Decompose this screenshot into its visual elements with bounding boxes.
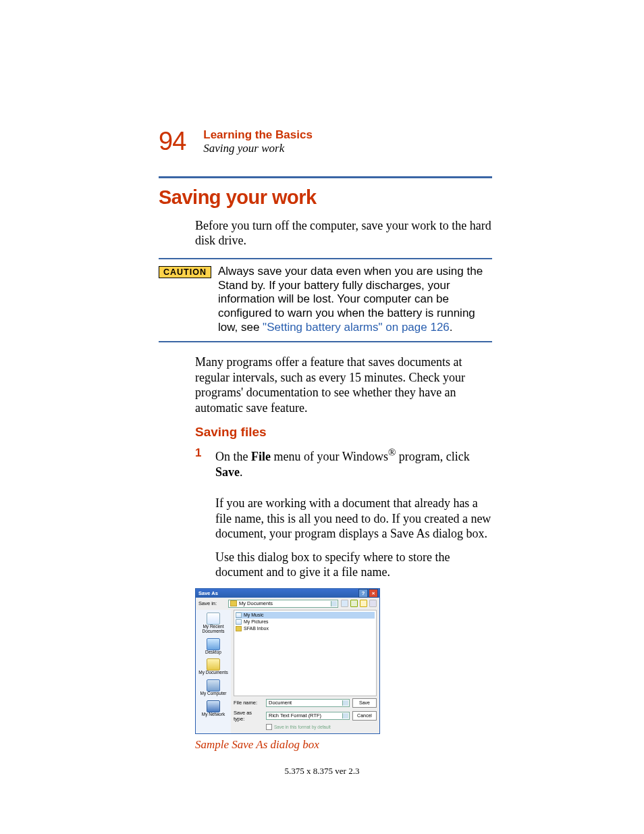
caution-text-2: . xyxy=(450,321,453,334)
list-item[interactable]: My Pictures xyxy=(236,619,375,625)
save-in-value: My Documents xyxy=(239,600,273,606)
up-one-level-icon[interactable] xyxy=(350,600,358,607)
place-label: My Recent Documents xyxy=(196,625,231,634)
place-label: My Network xyxy=(202,712,225,717)
place-recent[interactable]: My Recent Documents xyxy=(196,613,231,634)
save-in-dropdown[interactable]: My Documents xyxy=(228,600,338,608)
place-label: My Computer xyxy=(200,692,226,696)
step-number: 1 xyxy=(195,446,215,488)
heading-saving-your-work: Saving your work xyxy=(159,186,492,209)
b: Save xyxy=(215,465,240,479)
heading-saving-files: Saving files xyxy=(195,425,492,440)
file-name: My Music xyxy=(244,613,264,617)
default-format-row[interactable]: Save in this format by default xyxy=(234,724,377,730)
recent-documents-icon xyxy=(207,613,220,625)
my-computer-icon xyxy=(207,679,220,692)
save-as-dialog: Save As ? × Save in: My Documents xyxy=(195,588,380,734)
folder-icon xyxy=(230,600,237,606)
file-list[interactable]: My Music My Pictures SFAB Inbox xyxy=(234,610,377,696)
caution-text: Always save your data even when you are … xyxy=(218,265,492,335)
save-as-type-dropdown[interactable]: Rich Text Format (RTF) xyxy=(266,712,350,720)
save-as-type-label: Save as type: xyxy=(234,710,263,722)
caution-callout: CAUTION Always save your data even when … xyxy=(159,258,492,343)
file-name-input[interactable]: Document xyxy=(266,699,350,707)
section-subtitle: Saving your work xyxy=(203,142,313,155)
list-item[interactable]: My Music xyxy=(236,612,375,619)
intro-paragraph: Before you turn off the computer, save y… xyxy=(195,218,492,249)
list-item[interactable]: SFAB Inbox xyxy=(236,625,375,632)
step-1: 1 On the File menu of your Windows® prog… xyxy=(195,446,492,488)
t: . xyxy=(240,465,243,479)
dialog-title: Save As xyxy=(198,590,218,596)
file-name-value: Document xyxy=(269,700,292,706)
cancel-button[interactable]: Cancel xyxy=(352,711,377,721)
registered-mark: ® xyxy=(388,447,396,458)
places-bar: My Recent Documents Desktop My Documents… xyxy=(196,610,231,733)
close-icon[interactable]: × xyxy=(369,589,378,598)
t: program, click xyxy=(396,450,469,463)
divider xyxy=(159,176,492,178)
checkbox-icon[interactable] xyxy=(266,724,272,730)
new-folder-icon[interactable] xyxy=(360,600,367,607)
t: menu of your Windows xyxy=(271,450,388,463)
step-1-p2: If you are working with a document that … xyxy=(215,496,492,542)
figure-caption: Sample Save As dialog box xyxy=(195,738,492,752)
place-my-documents[interactable]: My Documents xyxy=(198,658,227,675)
page-number: 94 xyxy=(159,128,186,154)
caution-badge: CAUTION xyxy=(159,266,211,278)
b: File xyxy=(251,450,271,463)
file-name: SFAB Inbox xyxy=(244,626,269,631)
views-icon[interactable] xyxy=(369,600,377,607)
folder-icon xyxy=(236,613,242,618)
place-desktop[interactable]: Desktop xyxy=(205,638,221,655)
save-as-type-value: Rich Text Format (RTF) xyxy=(269,712,321,719)
save-in-label: Save in: xyxy=(198,600,225,606)
folder-icon xyxy=(236,619,242,625)
file-name: My Pictures xyxy=(244,619,269,624)
place-label: My Documents xyxy=(198,671,227,675)
step-1-text: On the File menu of your Windows® progra… xyxy=(215,446,492,488)
save-button[interactable]: Save xyxy=(352,698,377,708)
back-icon[interactable] xyxy=(341,600,348,607)
desktop-icon xyxy=(207,638,220,650)
t: On the xyxy=(215,450,251,463)
link-battery-alarms[interactable]: "Setting battery alarms" on page 126 xyxy=(263,321,450,334)
page-header: 94 Learning the Basics Saving your work xyxy=(159,128,492,156)
place-my-network[interactable]: My Network xyxy=(202,700,225,717)
page-footer: 5.375 x 8.375 ver 2.3 xyxy=(0,766,644,777)
step-1-p3: Use this dialog box to specify where to … xyxy=(215,550,492,580)
place-label: Desktop xyxy=(205,650,221,655)
help-icon[interactable]: ? xyxy=(358,589,368,598)
my-documents-icon xyxy=(207,658,220,671)
file-name-label: File name: xyxy=(234,700,263,706)
default-format-label: Save in this format by default xyxy=(274,725,331,729)
chapter-title: Learning the Basics xyxy=(203,128,313,142)
place-my-computer[interactable]: My Computer xyxy=(200,679,226,696)
my-network-icon xyxy=(207,700,220,712)
autosave-paragraph: Many programs offer a feature that saves… xyxy=(195,355,492,415)
folder-icon xyxy=(236,626,242,631)
dialog-titlebar: Save As ? × xyxy=(196,589,379,598)
